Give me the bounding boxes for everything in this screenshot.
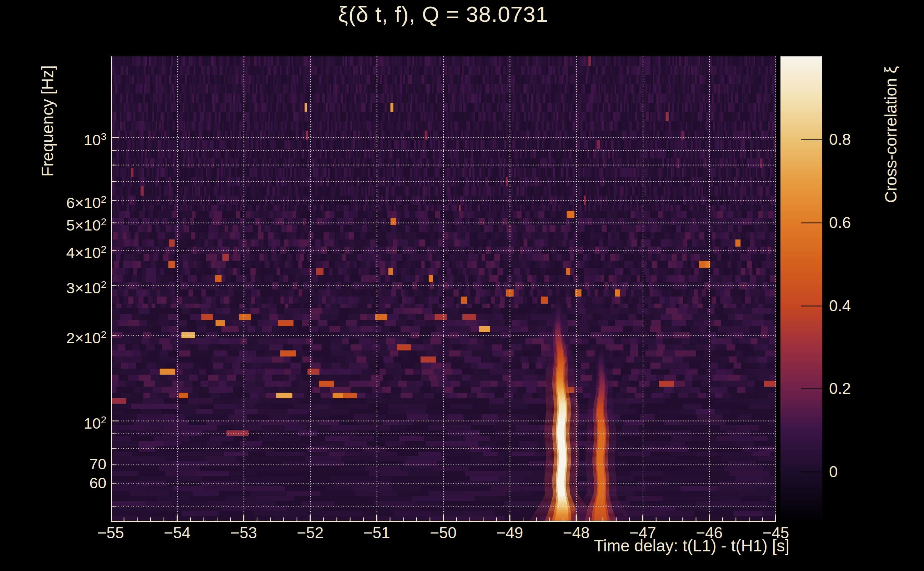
x-tick-label: −54 bbox=[152, 524, 202, 542]
heatmap-plot bbox=[111, 56, 776, 522]
colorbar bbox=[780, 56, 822, 522]
figure: ξ(δ t, f), Q = 38.0731 Frequency [Hz] −5… bbox=[0, 0, 924, 571]
colorbar-tick-label: 0.2 bbox=[829, 380, 886, 398]
colorbar-tick-label: 0.6 bbox=[829, 213, 886, 232]
colorbar-tick-label: 0.8 bbox=[829, 130, 886, 149]
x-tick-label: −51 bbox=[352, 524, 402, 542]
y-tick-label: 60 bbox=[54, 474, 107, 491]
colorbar-axis-title: Cross-correlation ξ bbox=[881, 50, 901, 219]
colorbar-tick-label: 0.4 bbox=[829, 296, 886, 315]
y-tick-label: 3×102 bbox=[54, 276, 107, 296]
y-tick-label: 70 bbox=[54, 455, 107, 472]
y-tick-label: 4×102 bbox=[54, 241, 107, 261]
x-tick-label: −53 bbox=[219, 524, 269, 542]
x-tick-label: −50 bbox=[419, 524, 468, 542]
colorbar-tick-label: 0 bbox=[829, 463, 886, 481]
y-axis-title: Frequency [Hz] bbox=[38, 56, 58, 185]
x-tick-label: −52 bbox=[285, 524, 335, 542]
x-tick-label: −55 bbox=[86, 524, 136, 542]
chart-title: ξ(δ t, f), Q = 38.0731 bbox=[111, 2, 776, 27]
y-tick-label: 5×102 bbox=[54, 213, 107, 234]
x-axis-title: Time delay: t(L1) - t(H1) [s] bbox=[464, 536, 790, 555]
y-tick-label: 6×102 bbox=[54, 191, 107, 211]
y-tick-label: 2×102 bbox=[54, 326, 107, 347]
y-tick-label: 103 bbox=[54, 128, 107, 148]
y-tick-label: 102 bbox=[54, 412, 107, 432]
